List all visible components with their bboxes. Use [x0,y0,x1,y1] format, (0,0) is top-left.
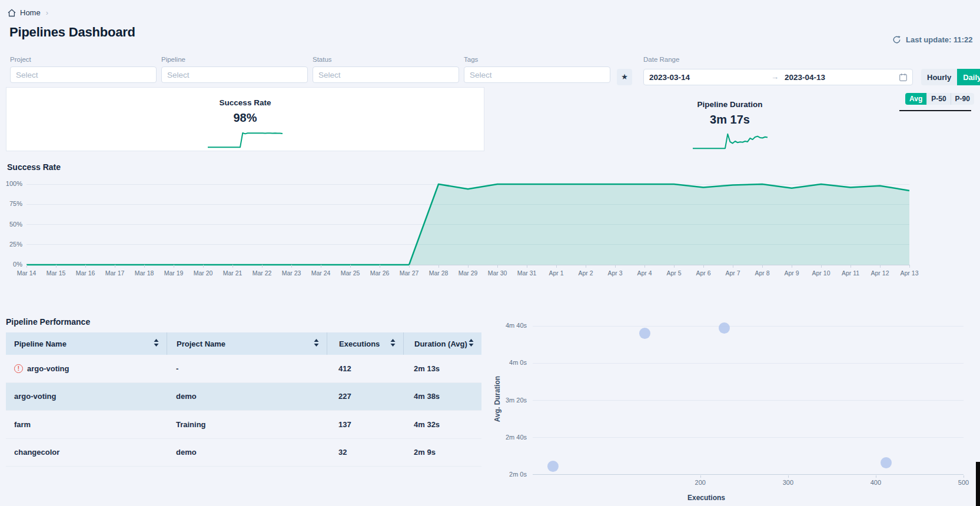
table-row[interactable]: farmTraining1374m 32s [6,411,481,439]
x-axis-label: Mar 28 [429,269,449,277]
axis-tick [703,265,704,268]
x-axis-label: 500 [958,479,969,486]
scatter-point[interactable] [719,322,730,334]
table-row[interactable]: changecolordemo322m 9s [6,439,481,467]
table-row[interactable]: !argo-voting-4122m 13s [6,355,481,383]
x-axis-label: Mar 20 [194,269,213,277]
cell-executions: 137 [327,420,403,429]
sort-icon[interactable] [154,339,159,348]
pipeline-performance-table: Pipeline Name Project Name Executions Du… [6,332,481,467]
sort-icon[interactable] [390,339,396,348]
pipeline-performance-title: Pipeline Performance [6,317,90,327]
axis-tick [262,265,263,268]
column-header-project-name[interactable]: Project Name [167,332,327,355]
duration-mode-toggle: Avg P-50 P-90 [905,93,974,105]
status-select[interactable] [313,66,459,83]
x-axis-label: Mar 17 [105,269,125,277]
tags-label: Tags [464,56,610,63]
p50-button[interactable]: P-50 [926,93,950,105]
x-axis-label: Apr 1 [549,269,563,277]
axis-tick [174,265,174,268]
gridline [533,363,964,364]
axis-tick [788,475,789,478]
filter-tags: Tags [464,56,610,83]
x-axis-label: Apr 12 [871,269,889,277]
table-body: !argo-voting-4122m 13sargo-votingdemo227… [6,355,481,467]
y-axis-label: 0% [13,261,22,268]
axis-tick [700,475,701,478]
x-axis-label: 400 [871,479,881,486]
pipeline-select[interactable] [161,66,308,83]
date-range-arrow-icon: → [771,72,779,81]
date-range-picker[interactable]: 2023-03-14 → 2023-04-13 [643,69,913,85]
x-axis-label: Mar 30 [488,269,507,277]
sort-icon[interactable] [314,339,319,348]
project-label: Project [10,56,157,63]
column-header-pipeline-name[interactable]: Pipeline Name [6,332,167,355]
scatter-point[interactable] [547,461,559,472]
tags-select[interactable] [464,66,610,83]
scrollbar-thumb[interactable] [976,462,980,506]
x-axis-label: Mar 27 [400,269,419,277]
pipeline-duration-kpi-value: 3m 17s [710,113,750,126]
x-axis-label: 300 [783,479,793,486]
filter-status: Status [313,56,459,83]
scatter-point[interactable] [639,328,650,339]
axis-tick [321,265,321,268]
project-select[interactable] [10,66,157,83]
column-header-executions[interactable]: Executions [327,332,403,355]
p90-button[interactable]: P-90 [951,93,974,105]
breadcrumb[interactable]: Home › [8,8,48,17]
success-rate-sparkline [208,129,283,149]
y-axis-label: 2m 0s [509,471,527,478]
success-rate-area-chart [26,184,909,265]
axis-tick [232,265,233,268]
y-axis-label: 100% [6,180,22,187]
date-range-end[interactable]: 2023-04-13 [785,73,825,82]
pipeline-duration-sparkline [693,131,768,151]
success-rate-kpi-title: Success Rate [220,98,271,107]
x-axis-label: Mar 16 [76,269,95,277]
pipeline-duration-kpi: Pipeline Duration 3m 17s [671,89,789,151]
cell-project-name: demo [167,448,327,457]
axis-tick [880,265,881,268]
axis-tick [792,265,792,268]
favorite-star-button[interactable]: ★ [617,69,632,85]
y-axis-label: 2m 40s [506,434,527,441]
date-range-start[interactable]: 2023-03-14 [649,73,690,82]
gridline [533,437,964,438]
axis-tick [85,265,86,268]
scatter-point[interactable] [881,457,892,468]
x-axis-label: Mar 26 [370,269,390,277]
cell-executions: 32 [327,448,403,457]
home-icon [8,9,16,17]
warning-icon: ! [14,364,23,373]
table-row[interactable]: argo-votingdemo2274m 38s [6,383,481,411]
scatter-x-axis-title: Executions [659,494,753,502]
cell-project-name: demo [167,392,327,401]
x-axis-label: Mar 18 [135,269,154,277]
x-axis-label: Apr 3 [607,269,622,277]
page-title: Pipelines Dashboard [9,25,135,40]
cell-project-name: - [167,364,327,373]
cell-executions: 227 [327,392,403,401]
x-axis-label: Mar 22 [253,269,272,277]
breadcrumb-home-link[interactable]: Home [20,8,41,17]
y-axis-label: 4m 40s [506,322,527,329]
daily-button[interactable]: Daily [957,69,980,85]
axis-tick [615,265,616,268]
x-axis-label: Apr 6 [696,269,710,277]
x-axis-label: 200 [695,479,706,486]
hourly-button[interactable]: Hourly [921,69,957,85]
refresh-icon[interactable] [892,35,901,44]
x-axis-label: Apr 2 [578,269,593,277]
x-axis-label: Apr 10 [812,269,830,277]
axis-tick [556,265,557,268]
cell-pipeline-name: argo-voting [6,392,167,401]
gridline [533,326,964,327]
axis-tick [497,265,498,268]
x-axis-label: Apr 5 [666,269,681,277]
x-axis-label: Apr 4 [637,269,652,277]
success-rate-kpi-card: Success Rate 98% [6,87,484,151]
avg-button[interactable]: Avg [905,93,926,105]
